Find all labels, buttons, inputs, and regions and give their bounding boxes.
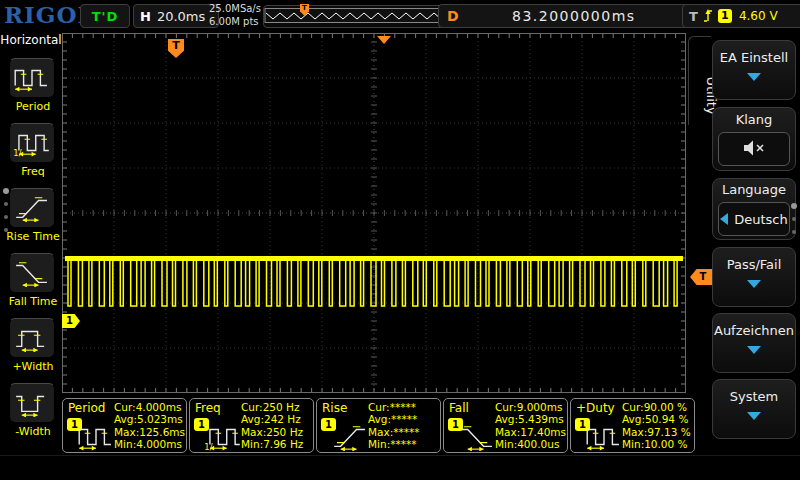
menu-item-pwidth[interactable]: +Width [9, 318, 57, 373]
fall-time-icon [9, 253, 55, 293]
chevron-down-icon [747, 280, 761, 288]
stat-label: Avg: [114, 413, 137, 425]
stat-value: 5.023ms [137, 413, 183, 425]
menu-item-rise-time[interactable]: Rise Time [9, 188, 57, 243]
menu-item-period[interactable]: Period [9, 58, 57, 113]
stat-value: 125.6ms [139, 426, 185, 438]
stat-value: 4.000ms [136, 438, 182, 450]
freq-waveform-icon: 1/ [204, 423, 242, 455]
page-dot [792, 230, 796, 234]
trigger-source-badge: 1 [718, 9, 732, 23]
page-dot [3, 188, 9, 194]
stat-label: Max: [495, 426, 520, 438]
measurement-panel-period: Period 1 Cur:4.000ms Avg:5.023ms Max:125… [62, 398, 187, 453]
softkey-label: Pass/Fail [713, 257, 795, 272]
delay-value: 83.2000000ms [512, 8, 636, 24]
rise-waveform-icon [331, 423, 369, 455]
chevron-down-icon [747, 73, 761, 81]
stat-value: 10.00 % [644, 438, 687, 450]
stat-value: 90.00 % [644, 401, 687, 413]
trigger-info-box: T 1 4.60 V [682, 4, 800, 28]
menu-item-fall-time[interactable]: Fall Time [9, 253, 57, 308]
stat-label: Min: [368, 438, 390, 450]
delay-label: D [447, 8, 459, 24]
measurement-panel-rise: Rise 1 Cur:***** Avg:***** Max:***** Min… [316, 398, 441, 453]
trigger-label: T [689, 9, 698, 24]
softkey-aufzeichnen[interactable]: Aufzeichnen [712, 313, 796, 373]
stat-value: ***** [390, 401, 416, 413]
horizontal-label: H [140, 9, 151, 24]
stat-label: Avg: [368, 413, 391, 425]
page-dot [4, 202, 8, 206]
sample-rate: 25.0MSa/s [209, 2, 261, 15]
stat-value: 97.13 % [647, 426, 690, 438]
svg-text:1/: 1/ [204, 442, 212, 451]
page-dot [4, 215, 8, 219]
horizontal-scale-value: 20.0ms [157, 9, 205, 24]
svg-text:1/: 1/ [13, 148, 21, 157]
softkey-label: System [713, 389, 795, 404]
stat-label: Min: [622, 438, 644, 450]
softkey-language[interactable]: Language Deutsch [712, 178, 796, 240]
stat-label: Max: [241, 426, 266, 438]
page-dot [791, 203, 797, 209]
horizontal-scale-box: H 20.0ms [133, 4, 219, 28]
page-dot [792, 217, 796, 221]
stat-label: Cur: [241, 401, 263, 413]
delay-box: D 83.2000000ms [438, 4, 688, 28]
menu-item-label: Rise Time [5, 230, 61, 243]
trigger-point-triangle-icon[interactable] [377, 36, 391, 44]
stat-value: 400.0us [517, 438, 559, 450]
acquisition-info: 25.0MSa/s 6.00M pts [209, 2, 261, 28]
measurement-title: Freq [195, 401, 221, 415]
menu-item-nwidth[interactable]: -Width [9, 383, 57, 438]
duty-waveform-icon [585, 423, 623, 455]
chevron-left-icon [720, 213, 728, 225]
language-select[interactable]: Deutsch [718, 202, 790, 236]
rising-edge-icon [703, 8, 713, 24]
stat-label: Max: [622, 426, 647, 438]
stat-label: Avg: [495, 413, 518, 425]
stat-label: Max: [368, 426, 393, 438]
minus-width-icon [9, 383, 55, 423]
softkey-system[interactable]: System [712, 379, 796, 439]
softkey-klang[interactable]: Klang [712, 107, 796, 171]
stat-value: 9.000ms [517, 401, 563, 413]
rise-time-icon [9, 188, 55, 228]
measurement-title: +Duty [576, 401, 615, 415]
period-icon [9, 58, 55, 98]
softkey-ea-einstell[interactable]: EA Einstell [712, 40, 796, 100]
freq-icon: 1/ [9, 123, 55, 163]
stat-label: Min: [495, 438, 517, 450]
menu-item-label: Period [5, 100, 61, 113]
measurement-panel-freq: Freq 1 1/ Cur:250 Hz Avg:242 Hz Max:250 … [189, 398, 314, 453]
softkey-label: Klang [713, 112, 795, 127]
softkey-pass-fail[interactable]: Pass/Fail [712, 247, 796, 307]
stat-value: ***** [391, 413, 417, 425]
menu-item-label: -Width [5, 425, 61, 438]
chevron-down-icon [747, 412, 761, 420]
klang-mute-button[interactable] [718, 132, 790, 166]
menu-item-freq[interactable]: 1/ Freq [9, 123, 57, 178]
measurement-panel-duty: +Duty 1 Cur:90.00 % Avg:50.94 % Max:97.1… [570, 398, 695, 453]
stat-value: 250 Hz [263, 401, 300, 413]
trigger-status-box: T'D [80, 4, 130, 28]
period-waveform-icon [77, 423, 115, 455]
memory-depth: 6.00M pts [209, 15, 261, 28]
stat-value: 250 Hz [266, 426, 303, 438]
menu-item-label: Freq [5, 165, 61, 178]
stat-label: Max: [114, 426, 139, 438]
left-menu-title: Horizontal [0, 33, 62, 47]
trigger-level-flag[interactable]: T [690, 269, 712, 285]
stat-label: Avg: [241, 413, 264, 425]
stat-value: ***** [393, 426, 419, 438]
stat-label: Cur: [368, 401, 390, 413]
stat-value: 17.40ms [520, 426, 566, 438]
measurement-title: Fall [449, 401, 469, 415]
softkey-label: EA Einstell [713, 50, 795, 65]
stat-label: Cur: [114, 401, 136, 413]
stat-value: 5.439ms [518, 413, 564, 425]
graticule-and-waveform [62, 30, 686, 398]
speaker-muted-icon [742, 138, 766, 161]
stat-value: 50.94 % [645, 413, 688, 425]
